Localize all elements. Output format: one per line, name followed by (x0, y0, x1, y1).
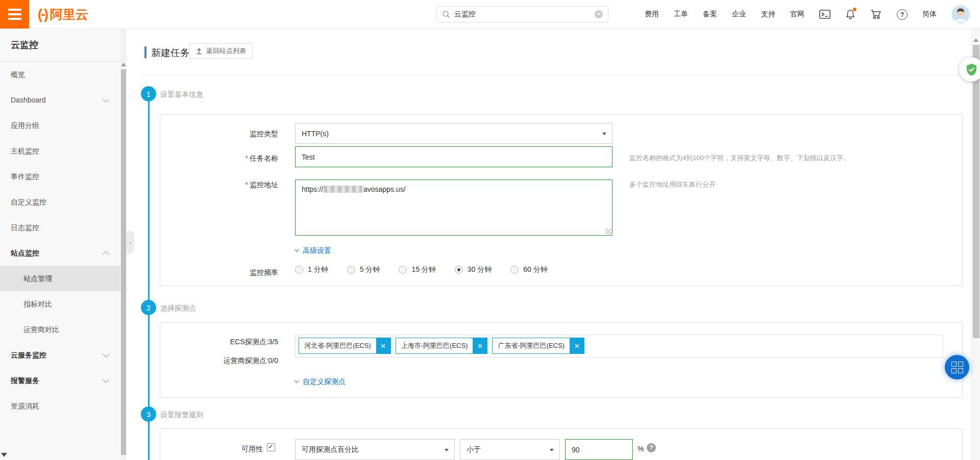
percent-sign: % (638, 445, 644, 453)
resize-handle[interactable] (605, 228, 611, 234)
language-switch[interactable]: 简体 (922, 10, 937, 19)
radio-icon (510, 266, 519, 274)
nav-link-website[interactable]: 官网 (790, 10, 804, 19)
operator-select[interactable]: 小于 (460, 439, 560, 460)
chevron-down-icon (602, 133, 606, 137)
custom-probes-link[interactable]: 自定义探测点 (295, 377, 346, 387)
availability-label: 可用性 (181, 445, 263, 454)
sidebar-item-app-groups[interactable]: 应用分组 (0, 113, 120, 138)
notifications-bell-icon[interactable] (845, 9, 855, 20)
sidebar-item-metric-comparison[interactable]: 指标对比 (0, 291, 120, 317)
search-icon (442, 10, 450, 18)
required-asterisk: * (246, 154, 248, 162)
sidebar-title: 云监控 (0, 29, 120, 62)
nav-link-icp[interactable]: 备案 (703, 10, 717, 19)
chevron-down-icon (295, 378, 300, 383)
alarm-rules-panel (160, 428, 963, 460)
probe-tags-container[interactable]: 河北省-阿里巴巴(ECS) ✕ 上海市-阿里巴巴(ECS) ✕ 广东省-阿里巴巴… (295, 335, 943, 357)
step-connector-line (148, 99, 150, 460)
grid-icon (951, 362, 963, 373)
nav-link-tickets[interactable]: 工单 (674, 10, 688, 19)
frequency-radio-1min[interactable]: 1 分钟 (295, 265, 328, 274)
monitor-address-textarea[interactable]: https://avosapps.us/ (295, 180, 612, 236)
nav-link-enterprise[interactable]: 企业 (732, 10, 746, 19)
metric-select[interactable]: 可用探测点百分比 (295, 439, 455, 460)
sidebar-item-host-monitoring[interactable]: 主机监控 (0, 138, 120, 164)
tag-close-icon[interactable]: ✕ (473, 338, 487, 353)
main-scrollbar[interactable] (971, 29, 980, 460)
sidebar-item-dashboard[interactable]: Dashboard (0, 87, 120, 113)
global-search-box[interactable] (436, 6, 608, 22)
aliyun-logo[interactable]: (-) 阿里云 (38, 0, 88, 29)
sidebar-item-log-monitoring[interactable]: 日志监控 (0, 215, 120, 240)
sidebar-item-resource-consumption[interactable]: 资源消耗 (0, 393, 120, 419)
threshold-input[interactable] (565, 439, 633, 460)
monitor-address-hint: 多个监控地址用回车换行分开 (629, 180, 716, 189)
sidebar-item-site-management[interactable]: 站点管理 (0, 266, 120, 291)
sidebar-scroll-thumb[interactable] (121, 69, 126, 455)
sidebar-collapse-handle[interactable]: ‹ (127, 231, 134, 254)
step1-circle: 1 (141, 86, 156, 101)
ecs-probe-count-label: ECS探测点:3/5 (191, 338, 278, 347)
back-to-site-list-button[interactable]: 返回站点列表 (189, 43, 253, 59)
task-name-input[interactable] (295, 146, 612, 167)
page-title: 新建任务 (151, 46, 190, 60)
sidebar-item-site-monitoring[interactable]: 站点监控 (0, 240, 120, 266)
frequency-radio-group: 1 分钟 5 分钟 15 分钟 30 分钟 60 分钟 (295, 265, 548, 274)
cloud-monitor-console: (-) 阿里云 费用 工单 备案 企业 支持 官网 (0, 0, 980, 460)
scroll-down-icon[interactable] (1, 453, 7, 460)
frequency-radio-5min[interactable]: 5 分钟 (347, 265, 380, 274)
monitor-address-label: *监控地址 (191, 181, 278, 190)
frequency-radio-60min[interactable]: 60 分钟 (510, 265, 547, 274)
radio-icon (295, 266, 303, 274)
probe-tag: 河北省-阿里巴巴(ECS) ✕ (299, 338, 391, 354)
chevron-down-icon (103, 96, 109, 103)
sidebar-item-alarm-service[interactable]: 报警服务 (0, 368, 120, 393)
user-avatar[interactable] (951, 5, 970, 23)
main-scroll-thumb[interactable] (973, 45, 979, 338)
grid-menu-button[interactable] (945, 355, 969, 379)
help-icon[interactable]: ? (897, 9, 908, 20)
console-terminal-icon[interactable] (819, 10, 830, 19)
frequency-radio-15min[interactable]: 15 分钟 (399, 265, 435, 274)
task-name-hint: 监控名称的格式为4到100个字符，支持英文字母、数字、下划线以及汉字。 (629, 154, 850, 163)
nav-link-billing[interactable]: 费用 (645, 10, 659, 19)
sidebar-item-overview[interactable]: 概览 (0, 62, 120, 87)
sidebar-item-custom-monitoring[interactable]: 自定义监控 (0, 189, 120, 215)
scroll-up-icon[interactable] (121, 60, 126, 66)
scroll-up-icon[interactable] (973, 36, 978, 42)
redacted-text-blur (324, 186, 362, 193)
radio-checked-icon (455, 266, 463, 274)
frequency-label: 监控频率 (191, 268, 278, 277)
tag-close-icon[interactable]: ✕ (570, 338, 584, 353)
page-title-accent-bar (144, 46, 146, 58)
nav-link-support[interactable]: 支持 (761, 10, 775, 19)
radio-icon (399, 266, 407, 274)
required-asterisk: * (246, 181, 248, 189)
step2-circle: 2 (141, 300, 156, 315)
frequency-radio-30min[interactable]: 30 分钟 (455, 265, 492, 274)
header-right-cluster: 费用 工单 备案 企业 支持 官网 (645, 0, 970, 29)
cart-icon[interactable] (870, 9, 882, 19)
sidebar-item-cloud-service-monitoring[interactable]: 云服务监控 (0, 342, 120, 368)
monitor-type-select[interactable]: HTTP(s) (295, 123, 612, 144)
chevron-down-icon (295, 247, 300, 252)
aliyun-logo-text: 阿里云 (50, 6, 88, 23)
return-icon (195, 47, 203, 55)
availability-checkbox[interactable] (267, 443, 275, 451)
sidebar-item-event-monitoring[interactable]: 事件监控 (0, 164, 120, 189)
advanced-settings-link[interactable]: 高级设置 (295, 246, 331, 255)
probe-points-panel (160, 322, 963, 398)
search-clear-icon[interactable] (595, 10, 603, 18)
security-shield-icon[interactable] (959, 57, 980, 82)
step3-circle: 3 (141, 406, 156, 422)
notification-badge-dot (853, 8, 856, 11)
search-input[interactable] (454, 10, 595, 18)
hamburger-menu-button[interactable] (0, 0, 29, 29)
sidebar-scrollbar[interactable] (120, 29, 127, 460)
sidebar-item-carrier-comparison[interactable]: 运营商对比 (0, 317, 120, 342)
monitor-type-label: 监控类型 (191, 130, 278, 139)
tag-close-icon[interactable]: ✕ (376, 338, 390, 353)
help-tooltip-icon[interactable]: ? (647, 443, 656, 452)
chevron-up-icon (103, 251, 109, 258)
